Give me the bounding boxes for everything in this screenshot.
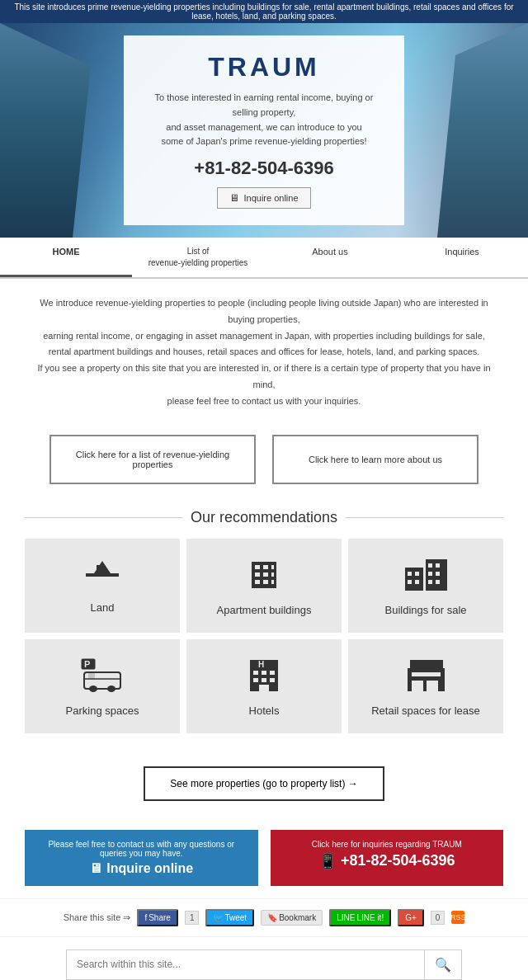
hero-section: TRAUM To those interested in earning ren… — [0, 23, 528, 238]
recommendations-section: Our recommendations Land — [0, 501, 528, 750]
svg-rect-43 — [412, 672, 441, 676]
recommendations-grid: Land Apartment buildings — [25, 539, 503, 733]
rec-card-land[interactable]: Land — [25, 539, 180, 633]
svg-rect-2 — [97, 565, 101, 572]
rec-card-parking[interactable]: P Parking spaces — [25, 639, 180, 733]
top-banner: This site introduces prime revenue-yield… — [0, 0, 528, 23]
svg-rect-31 — [88, 672, 95, 679]
svg-rect-6 — [271, 565, 274, 569]
land-icon — [82, 557, 123, 595]
search-input[interactable] — [67, 950, 424, 979]
gplus-icon: G+ — [405, 913, 417, 922]
line-share-button[interactable]: LINE LINE it! — [329, 909, 391, 926]
hero-phone: +81-82-504-6396 — [148, 158, 380, 179]
intro-section: We introduce revenue-yielding properties… — [0, 279, 528, 426]
hero-buildings-left — [0, 23, 91, 238]
svg-rect-37 — [253, 678, 258, 682]
svg-rect-9 — [271, 572, 274, 577]
svg-rect-40 — [259, 685, 269, 691]
bookmark-button[interactable]: 🔖 Bookmark — [261, 910, 323, 926]
hero-subtitle: To those interested in earning rental in… — [148, 91, 380, 148]
search-icon: 🔍 — [435, 958, 451, 972]
hero-buildings-right — [437, 23, 528, 238]
svg-rect-42 — [410, 660, 443, 670]
svg-rect-45 — [427, 681, 438, 691]
retail-icon — [403, 656, 449, 698]
more-btn-label: See more properties (go to property list… — [170, 778, 357, 789]
intro-text-5: please feel free to contact us with your… — [33, 393, 495, 410]
svg-rect-17 — [408, 580, 412, 584]
svg-rect-20 — [436, 563, 440, 568]
svg-rect-16 — [415, 572, 419, 576]
cta-section: Click here for a list of revenue-yieldin… — [0, 426, 528, 492]
retail-label: Retail spaces for lease — [371, 704, 480, 717]
twitter-share-button[interactable]: 🐦 Tweet — [205, 909, 254, 926]
phone-icon: 📱 — [318, 852, 337, 870]
facebook-share-button[interactable]: f Share — [137, 909, 177, 926]
inquire-online-box[interactable]: Please feel free to contact us with any … — [25, 830, 258, 886]
parking-label: Parking spaces — [66, 704, 139, 717]
rec-card-hotels[interactable]: H Hotels — [186, 639, 342, 733]
share-section: Share this site ⇒ f Share 1 🐦 Tweet 🔖 Bo… — [0, 898, 528, 937]
contact-section: Please feel free to contact us with any … — [0, 817, 528, 898]
share-label: Share this site ⇒ — [64, 912, 131, 923]
inquire-big-text: 🖥 Inquire online — [37, 861, 246, 876]
phone-inquiry-box[interactable]: Click here for inquiries regarding TRAUM… — [271, 830, 504, 886]
phone-big-text: 📱 +81-82-504-6396 — [283, 852, 492, 870]
buildings-icon — [403, 555, 449, 597]
more-btn-section: See more properties (go to property list… — [0, 750, 528, 817]
more-properties-button[interactable]: See more properties (go to property list… — [144, 766, 384, 801]
main-nav: HOME List ofrevenue-yielding properties … — [0, 238, 528, 279]
svg-rect-35 — [262, 671, 266, 675]
cta-property-list-button[interactable]: Click here for a list of revenue-yieldin… — [50, 435, 256, 484]
nav-property-list[interactable]: List ofrevenue-yielding properties — [132, 238, 264, 277]
svg-rect-18 — [415, 580, 419, 584]
hero-box: TRAUM To those interested in earning ren… — [124, 35, 404, 224]
intro-text-2: earning rental income, or engaging in as… — [33, 328, 495, 345]
svg-rect-10 — [255, 580, 260, 584]
nav-home[interactable]: HOME — [0, 238, 132, 277]
monitor-icon: 🖥 — [229, 192, 239, 204]
buildings-label: Buildings for sale — [385, 604, 467, 616]
svg-point-29 — [107, 686, 116, 692]
gplus-share-button[interactable]: G+ — [398, 909, 424, 926]
top-banner-text: This site introduces prime revenue-yield… — [14, 2, 513, 21]
monitor-icon-2: 🖥 — [89, 861, 102, 876]
rec-card-retail[interactable]: Retail spaces for lease — [348, 639, 503, 733]
rec-card-buildings[interactable]: Buildings for sale — [348, 539, 503, 633]
svg-rect-15 — [408, 572, 412, 576]
svg-point-28 — [89, 686, 97, 692]
recommendations-title: Our recommendations — [25, 509, 503, 526]
svg-rect-23 — [428, 580, 432, 584]
svg-rect-44 — [412, 681, 423, 691]
svg-text:H: H — [258, 660, 264, 669]
gplus-count: 0 — [431, 911, 446, 925]
hotels-icon: H — [243, 656, 285, 698]
search-section: 🔍 — [0, 937, 528, 980]
inquire-small-text: Please feel free to contact us with any … — [37, 840, 246, 858]
svg-rect-12 — [271, 580, 274, 584]
facebook-icon: f — [144, 913, 147, 922]
intro-text-3: rental apartment buildings and houses, r… — [33, 344, 495, 360]
svg-rect-5 — [263, 565, 268, 569]
svg-rect-38 — [262, 678, 266, 682]
search-button[interactable]: 🔍 — [424, 950, 461, 979]
svg-rect-36 — [270, 671, 275, 675]
svg-text:P: P — [84, 659, 90, 669]
svg-rect-8 — [263, 572, 268, 577]
intro-text-1: We introduce revenue-yielding properties… — [33, 295, 495, 328]
nav-inquiries[interactable]: Inquiries — [396, 238, 528, 277]
search-box: 🔍 — [66, 949, 462, 980]
svg-rect-34 — [253, 671, 258, 675]
svg-rect-24 — [436, 580, 440, 584]
hotels-label: Hotels — [249, 704, 280, 717]
bookmark-icon: 🔖 — [267, 913, 277, 922]
rss-icon[interactable]: RSS — [451, 911, 464, 924]
inquire-online-button[interactable]: 🖥 Inquire online — [217, 187, 310, 209]
svg-rect-19 — [428, 563, 432, 568]
rec-card-apartment[interactable]: Apartment buildings — [186, 539, 342, 633]
nav-about[interactable]: About us — [264, 238, 396, 277]
apartment-icon — [243, 555, 285, 597]
cta-about-button[interactable]: Click here to learn more about us — [272, 435, 478, 484]
svg-rect-4 — [255, 565, 260, 569]
